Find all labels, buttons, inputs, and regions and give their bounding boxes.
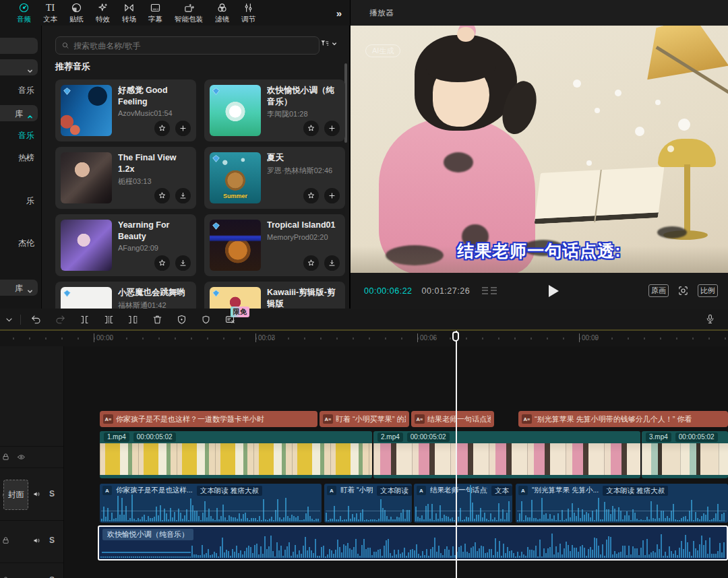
split-right-icon bbox=[127, 314, 139, 325]
chevron-down-icon bbox=[27, 285, 33, 291]
cover-button[interactable]: 封面 bbox=[3, 480, 28, 510]
beauty-shield-button[interactable] bbox=[169, 314, 193, 325]
chevron-down-icon bbox=[27, 65, 33, 71]
tab-transitions[interactable]: 转场 bbox=[116, 0, 142, 26]
undo-button[interactable] bbox=[24, 314, 48, 325]
clip-duration: 00:00:05:02 bbox=[133, 432, 176, 442]
music-card[interactable]: Tropical Island01 MemoryProd02:20 bbox=[204, 214, 345, 276]
mic-icon bbox=[704, 313, 716, 325]
music-card[interactable]: Summer 夏天 罗恩·热林纳斯02:46 bbox=[204, 147, 345, 209]
original-quality-button[interactable]: 原画 bbox=[648, 284, 669, 297]
music-card[interactable]: The Final View 1.2x 栀槿03:13 bbox=[55, 147, 196, 209]
favorite-button[interactable] bbox=[154, 121, 170, 136]
artwork-desk-lamp bbox=[658, 139, 716, 167]
speaker-icon[interactable] bbox=[32, 490, 41, 499]
tts-audio-clip[interactable]: A盯着 “小明买苹果” ...文本朗读 bbox=[324, 484, 412, 523]
tab-effects[interactable]: 特效 bbox=[90, 0, 116, 26]
tab-audio[interactable]: 音频 bbox=[11, 0, 37, 26]
tab-filters[interactable]: 滤镜 bbox=[209, 0, 235, 26]
tab-adjust[interactable]: 调节 bbox=[235, 0, 262, 26]
music-track-header: S bbox=[0, 572, 63, 578]
music-library-panel: 推荐音乐 好感觉 Good Feeling AzovMusic01:54 欢快愉… bbox=[42, 26, 351, 309]
video-clip[interactable]: 1.mp400:00:05:02 bbox=[100, 431, 372, 478]
split-button[interactable] bbox=[72, 314, 96, 325]
bokeh-dot bbox=[655, 100, 661, 105]
sidebar-item-clipped[interactable] bbox=[0, 38, 38, 54]
video-clip[interactable]: 2.mp400:00:05:02 bbox=[373, 431, 640, 478]
favorite-button[interactable] bbox=[154, 255, 170, 271]
adjust-icon bbox=[243, 2, 254, 13]
tts-audio-clip[interactable]: A你家孩子是不是也这样...文本朗读 雅痞大叔 bbox=[100, 484, 322, 523]
split-keep-left-button[interactable] bbox=[96, 314, 121, 325]
search-input[interactable] bbox=[73, 41, 313, 51]
music-card[interactable]: Kawaiii-剪辑版-剪辑版 bbox=[204, 282, 345, 309]
tts-audio-clip[interactable]: A结果老师一句话点透:文本 bbox=[414, 484, 512, 523]
text-clip[interactable]: A≡结果老师一句话点透: bbox=[411, 411, 494, 427]
tab-captions[interactable]: 字幕 bbox=[142, 0, 169, 26]
aspect-ratio-button[interactable]: 比例 bbox=[698, 284, 718, 297]
tab-smart-package[interactable]: 智能包装 bbox=[169, 0, 209, 26]
music-card[interactable]: 欢快愉悦小调（纯音乐） 李闻陇01:28 bbox=[204, 79, 345, 141]
speaker-icon[interactable] bbox=[32, 536, 41, 545]
add-to-track-button[interactable] bbox=[324, 121, 340, 136]
solo-button[interactable]: S bbox=[49, 575, 55, 578]
music-clip-selected[interactable]: 欢快愉悦小调（纯音乐） bbox=[98, 525, 728, 560]
sidebar-item-music-active[interactable]: 音乐 bbox=[18, 130, 34, 141]
playhead-handle[interactable] bbox=[452, 331, 459, 342]
tab-sticker[interactable]: 贴纸 bbox=[63, 0, 90, 26]
music-card[interactable]: Yearning For Beauty AFang02:09 bbox=[55, 214, 196, 276]
sidebar-item-jay[interactable]: 杰伦 bbox=[18, 238, 34, 249]
redo-button[interactable] bbox=[48, 314, 72, 325]
favorite-button[interactable] bbox=[303, 255, 319, 271]
sidebar-item-hot-chart[interactable]: 热榜 bbox=[18, 152, 34, 164]
music-title: 欢快愉悦小调（纯音乐） bbox=[267, 85, 341, 107]
fields-icon[interactable] bbox=[482, 287, 497, 294]
record-voiceover-button[interactable] bbox=[704, 313, 716, 327]
lock-icon[interactable] bbox=[1, 536, 10, 545]
split-keep-right-button[interactable] bbox=[121, 314, 145, 325]
favorite-button[interactable] bbox=[303, 188, 319, 203]
music-artist-duration: MemoryProd02:20 bbox=[267, 233, 341, 241]
fullscreen-focus-icon[interactable] bbox=[677, 285, 689, 296]
expand-panel-button[interactable]: » bbox=[336, 7, 340, 19]
video-clip[interactable]: 3.mp400:00:05:02 bbox=[642, 431, 728, 478]
playhead[interactable] bbox=[456, 331, 457, 578]
audio-waveform bbox=[415, 484, 511, 521]
favorite-button[interactable] bbox=[154, 188, 170, 203]
lock-icon[interactable] bbox=[1, 453, 10, 461]
solo-button[interactable]: S bbox=[49, 489, 55, 499]
sidebar-item-my-library[interactable]: 库 bbox=[0, 280, 38, 296]
mask-shield-button[interactable] bbox=[193, 314, 218, 325]
download-button[interactable] bbox=[175, 255, 191, 271]
music-card[interactable]: 好感觉 Good Feeling AzovMusic01:54 bbox=[55, 79, 196, 141]
audio-icon bbox=[18, 2, 30, 13]
favorite-button[interactable] bbox=[303, 121, 319, 136]
solo-button[interactable]: S bbox=[49, 536, 55, 545]
sidebar-item-pure-music[interactable]: 乐 bbox=[26, 195, 34, 207]
lock-icon[interactable] bbox=[1, 576, 10, 578]
collapse-chevron-icon[interactable] bbox=[0, 314, 18, 325]
text-clip[interactable]: A≡盯着 “小明买苹果” 的题干发呆 bbox=[320, 411, 409, 427]
play-button[interactable] bbox=[549, 285, 559, 297]
sidebar-item-library[interactable]: 库 bbox=[0, 105, 38, 121]
delete-button[interactable] bbox=[145, 314, 169, 325]
tts-audio-clip[interactable]: A“别光算苹果 先算小...文本朗读 雅痞大叔 bbox=[516, 484, 728, 523]
text-clip[interactable]: A≡“别光算苹果 先算小明带的钱够分几个人！” 你看 bbox=[518, 411, 728, 427]
tab-text[interactable]: TI 文本 bbox=[37, 0, 63, 26]
sidebar-item-clipped[interactable] bbox=[0, 59, 38, 75]
timeline-ruler[interactable]: 00:00 00:03 00:06 00:09 bbox=[0, 331, 728, 346]
music-artist-duration: AzovMusic01:54 bbox=[118, 109, 192, 117]
video-preview[interactable]: AI生成 结果老师一句话点透: bbox=[351, 26, 728, 273]
search-box[interactable] bbox=[55, 36, 320, 55]
filter-sort-button[interactable] bbox=[320, 38, 337, 49]
text-clip[interactable]: A≡你家孩子是不是也这样？一道数学题卡半小时 bbox=[100, 411, 317, 427]
eye-icon[interactable] bbox=[17, 453, 26, 461]
text-icon: TI bbox=[46, 2, 55, 13]
sidebar-item-music[interactable]: 音乐 bbox=[18, 85, 34, 96]
download-button[interactable] bbox=[175, 188, 191, 203]
speaker-icon[interactable] bbox=[32, 576, 41, 578]
download-button[interactable] bbox=[324, 255, 340, 271]
music-card[interactable]: 小恶魔也会跳舞哟 福林斯通01:42 bbox=[55, 282, 196, 309]
add-to-track-button[interactable] bbox=[324, 188, 340, 203]
add-to-track-button[interactable] bbox=[175, 121, 191, 136]
